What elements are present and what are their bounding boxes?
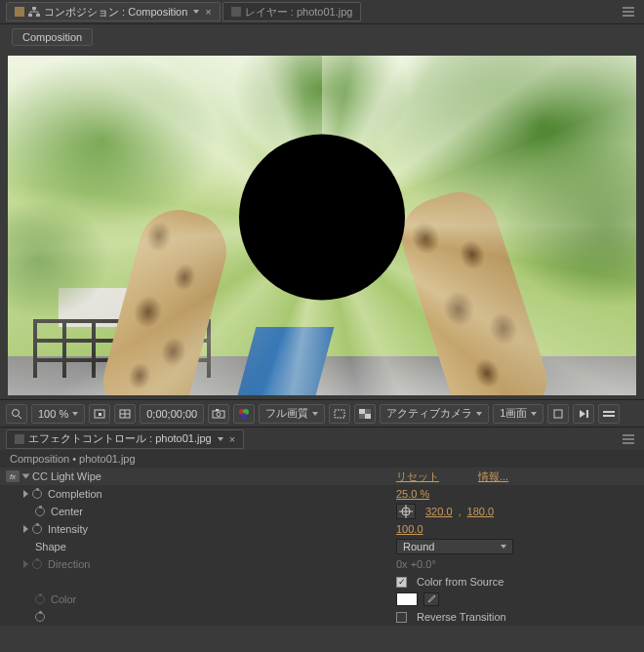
twirl-icon[interactable] (23, 525, 28, 533)
stopwatch-icon (35, 594, 45, 604)
prop-color-from-source: ✓ Color from Source (0, 573, 644, 591)
checkbox-color-from-source[interactable]: ✓ (396, 577, 407, 588)
eyedropper-icon[interactable] (423, 592, 439, 606)
svg-rect-20 (359, 414, 365, 419)
prop-label: Shape (35, 541, 66, 552)
svg-marker-22 (580, 410, 585, 418)
composition-viewport[interactable] (8, 56, 636, 395)
timeline-icon[interactable] (598, 404, 620, 424)
transparency-icon[interactable] (354, 404, 376, 424)
close-icon[interactable]: × (205, 6, 211, 18)
svg-point-15 (241, 413, 247, 419)
prop-color: Color (0, 591, 644, 608)
crosshair-icon[interactable] (396, 504, 416, 519)
prop-reverse-transition: Reverse Transition (0, 608, 644, 626)
twirl-icon[interactable] (23, 490, 28, 498)
quality-dropdown[interactable]: フル画質 (259, 404, 325, 424)
direction-value: 0x +0.0° (396, 558, 436, 570)
effect-controls-tabs: エフェクトコントロール : photo01.jpg × (0, 427, 644, 450)
svg-point-3 (13, 409, 20, 416)
svg-rect-2 (36, 14, 40, 17)
snapshot-icon[interactable] (208, 404, 229, 424)
prop-label: Color from Source (417, 576, 503, 588)
preview-image (8, 56, 636, 395)
about-link[interactable]: 情報... (478, 469, 508, 484)
zoom-dropdown[interactable]: 100 % (31, 404, 85, 424)
prop-direction: Direction 0x +0.0° (0, 555, 644, 573)
effect-name[interactable]: CC Light Wipe (32, 470, 101, 482)
composition-preview-area (0, 50, 644, 399)
svg-line-4 (19, 416, 21, 419)
composition-icon (15, 7, 24, 17)
prop-label: Direction (48, 558, 90, 570)
channels-icon[interactable] (233, 404, 255, 424)
composition-menu-strip: Composition (0, 24, 644, 50)
fx-badge-icon[interactable]: fx (6, 470, 20, 482)
prop-label: Center (51, 506, 83, 517)
chevron-down-icon[interactable] (218, 437, 223, 441)
center-x-value[interactable]: 320.0 (425, 506, 453, 517)
fast-preview-icon[interactable] (573, 404, 594, 424)
prop-completion: Completion 25.0 % (0, 485, 644, 503)
prop-shape: Shape Round (0, 538, 644, 555)
intensity-value[interactable]: 100.0 (396, 523, 423, 535)
shape-dropdown[interactable]: Round (396, 539, 513, 554)
stopwatch-icon (32, 559, 42, 569)
svg-rect-18 (365, 414, 371, 419)
svg-rect-16 (335, 410, 344, 418)
checkbox-reverse-transition[interactable] (396, 612, 407, 623)
prop-label: Completion (48, 488, 102, 500)
color-swatch[interactable] (396, 592, 418, 606)
panel-icon (15, 434, 24, 444)
svg-rect-17 (359, 409, 365, 414)
center-y-value[interactable]: 180.0 (467, 506, 495, 517)
twirl-icon (23, 560, 28, 568)
svg-rect-23 (586, 410, 588, 418)
effect-properties: fx CC Light Wipe リセット 情報... Completion 2… (0, 468, 644, 626)
svg-rect-21 (554, 410, 562, 418)
camera-dropdown[interactable]: アクティブカメラ (380, 404, 489, 424)
grid-icon[interactable] (114, 404, 136, 424)
svg-rect-19 (365, 409, 371, 414)
panel-menu-icon[interactable] (623, 434, 634, 444)
magnify-icon[interactable] (6, 404, 27, 424)
flowchart-icon (28, 7, 40, 17)
svg-rect-12 (216, 409, 219, 411)
tab-effect-controls[interactable]: エフェクトコントロール : photo01.jpg × (6, 429, 244, 449)
stopwatch-icon[interactable] (32, 489, 42, 499)
stopwatch-icon[interactable] (35, 507, 45, 516)
prop-center: Center 320.0, 180.0 (0, 503, 644, 520)
prop-intensity: Intensity 100.0 (0, 520, 644, 538)
completion-value[interactable]: 25.0 % (396, 488, 429, 500)
tab-label: エフェクトコントロール : photo01.jpg (28, 431, 212, 446)
tab-label: コンポジション : Composition (44, 5, 187, 20)
reset-link[interactable]: リセット (396, 469, 439, 484)
svg-point-11 (217, 412, 221, 416)
stopwatch-icon[interactable] (32, 524, 42, 534)
svg-rect-1 (28, 14, 32, 17)
tab-layer[interactable]: レイヤー : photo01.jpg (222, 2, 362, 21)
panel-menu-icon[interactable] (623, 7, 634, 17)
effect-header-row: fx CC Light Wipe リセット 情報... (0, 468, 644, 485)
svg-rect-25 (603, 415, 615, 417)
svg-rect-0 (32, 7, 36, 10)
timecode-field[interactable]: 0;00;00;00 (140, 404, 204, 424)
breadcrumb: Composition • photo01.jpg (0, 450, 644, 468)
composition-dropdown[interactable]: Composition (12, 28, 93, 46)
chevron-down-icon[interactable] (193, 10, 199, 14)
close-icon[interactable]: × (229, 433, 235, 445)
resolution-icon[interactable] (89, 404, 110, 424)
composition-panel-tabs: コンポジション : Composition × レイヤー : photo01.j… (0, 0, 644, 24)
preview-footer-toolbar: 100 % 0;00;00;00 フル画質 アクティブカメラ 1画面 (0, 399, 644, 427)
svg-rect-24 (603, 411, 615, 413)
layer-icon (231, 7, 241, 17)
prop-label: Color (51, 593, 76, 605)
twirl-icon[interactable] (22, 474, 30, 479)
pixel-aspect-icon[interactable] (547, 404, 569, 424)
tab-composition[interactable]: コンポジション : Composition × (6, 2, 221, 21)
tab-label: レイヤー : photo01.jpg (245, 5, 353, 20)
region-icon[interactable] (329, 404, 350, 424)
prop-label: Intensity (48, 523, 88, 535)
stopwatch-icon[interactable] (35, 612, 45, 622)
views-dropdown[interactable]: 1画面 (493, 404, 543, 424)
